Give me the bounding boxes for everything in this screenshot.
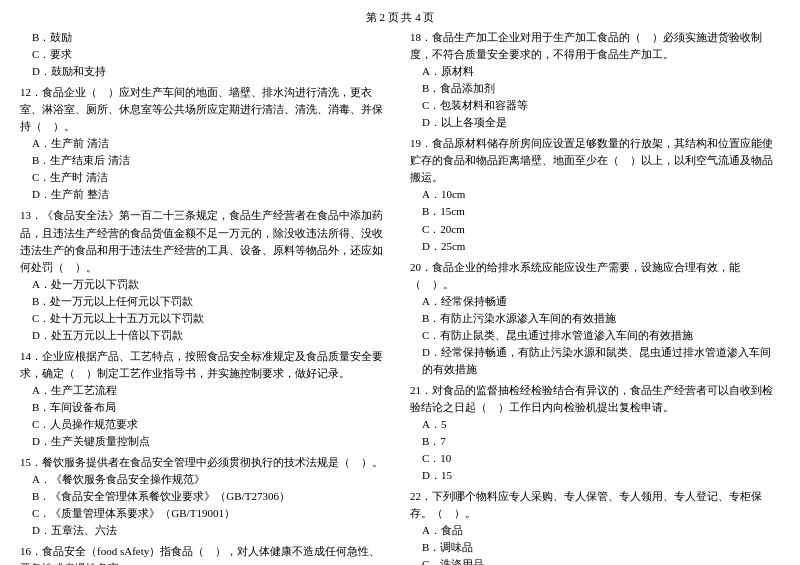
right-column: 18．食品生产加工企业对用于生产加工食品的（ ）必须实施进货验收制度，不符合质量… (410, 29, 780, 565)
q12-a: A．生产前 清洁 (20, 135, 390, 152)
q21-text: 21．对食品的监督抽检经检验结合有异议的，食品生产经营者可以自收到检验结论之日起… (410, 382, 780, 416)
question-15: 15．餐饮服务提供者在食品安全管理中必须贯彻执行的技术法规是（ ）。 A．《餐饮… (20, 454, 390, 539)
q20-b: B．有防止污染水源渗入车间的有效措施 (410, 310, 780, 327)
option-c-guijin: C．要求 (20, 46, 390, 63)
q19-d: D．25cm (410, 238, 780, 255)
question-18: 18．食品生产加工企业对用于生产加工食品的（ ）必须实施进货验收制度，不符合质量… (410, 29, 780, 131)
q19-text: 19．食品原材料储存所房间应设置足够数量的行放架，其结构和位置应能使贮存的食品和… (410, 135, 780, 186)
q22-text: 22．下列哪个物料应专人采购、专人保管、专人领用、专人登记、专柜保存。（ ）。 (410, 488, 780, 522)
q15-text: 15．餐饮服务提供者在食品安全管理中必须贯彻执行的技术法规是（ ）。 (20, 454, 390, 471)
page-number-top: 第 2 页 共 4 页 (366, 11, 435, 23)
q22-b: B．调味品 (410, 539, 780, 556)
q21-a: A．5 (410, 416, 780, 433)
q21-b: B．7 (410, 433, 780, 450)
q22-a: A．食品 (410, 522, 780, 539)
option-b-guijin: B．鼓励 (20, 29, 390, 46)
q13-text: 13．《食品安全法》第一百二十三条规定，食品生产经营者在食品中添加药品，且违法生… (20, 207, 390, 275)
q19-b: B．15cm (410, 203, 780, 220)
q20-d: D．经常保持畅通，有防止污染水源和鼠类、昆虫通过排水管道渗入车间的有效措施 (410, 344, 780, 378)
q15-c: C．《质量管理体系要求》（GB/T19001） (20, 505, 390, 522)
q15-a: A．《餐饮服务食品安全操作规范》 (20, 471, 390, 488)
option-d-guijin: D．鼓励和支持 (20, 63, 390, 80)
question-22: 22．下列哪个物料应专人采购、专人保管、专人领用、专人登记、专柜保存。（ ）。 … (410, 488, 780, 565)
q12-d: D．生产前 整洁 (20, 186, 390, 203)
q14-d: D．生产关键质量控制点 (20, 433, 390, 450)
left-column: B．鼓励 C．要求 D．鼓励和支持 12．食品企业（ ）应对生产车间的地面、墙壁… (20, 29, 390, 565)
q18-d: D．以上各项全是 (410, 114, 780, 131)
question-12: 12．食品企业（ ）应对生产车间的地面、墙壁、排水沟进行清洗，更衣室、淋浴室、厕… (20, 84, 390, 203)
q19-c: C．20cm (410, 221, 780, 238)
q14-c: C．人员操作规范要求 (20, 416, 390, 433)
q20-a: A．经常保持畅通 (410, 293, 780, 310)
q18-b: B．食品添加剂 (410, 80, 780, 97)
q12-c: C．生产时 清洁 (20, 169, 390, 186)
q18-c: C．包装材料和容器等 (410, 97, 780, 114)
question-20: 20．食品企业的给排水系统应能应设生产需要，设施应合理有效，能（ ）。 A．经常… (410, 259, 780, 378)
question-13: 13．《食品安全法》第一百二十三条规定，食品生产经营者在食品中添加药品，且违法生… (20, 207, 390, 343)
question-14: 14．企业应根据产品、工艺特点，按照食品安全标准规定及食品质量安全要求，确定（ … (20, 348, 390, 450)
q13-b: B．处一万元以上任何元以下罚款 (20, 293, 390, 310)
q14-a: A．生产工艺流程 (20, 382, 390, 399)
question-block-b-guijin: B．鼓励 C．要求 D．鼓励和支持 (20, 29, 390, 80)
q14-text: 14．企业应根据产品、工艺特点，按照食品安全标准规定及食品质量安全要求，确定（ … (20, 348, 390, 382)
q20-text: 20．食品企业的给排水系统应能应设生产需要，设施应合理有效，能（ ）。 (410, 259, 780, 293)
page-footer-top: 第 2 页 共 4 页 (20, 10, 780, 25)
q13-d: D．处五万元以上十倍以下罚款 (20, 327, 390, 344)
q18-a: A．原材料 (410, 63, 780, 80)
two-column-layout: B．鼓励 C．要求 D．鼓励和支持 12．食品企业（ ）应对生产车间的地面、墙壁… (20, 29, 780, 565)
q18-text: 18．食品生产加工企业对用于生产加工食品的（ ）必须实施进货验收制度，不符合质量… (410, 29, 780, 63)
q14-b: B．车间设备布局 (20, 399, 390, 416)
q15-b: B．《食品安全管理体系餐饮业要求》（GB/T27306） (20, 488, 390, 505)
q21-c: C．10 (410, 450, 780, 467)
q22-c: C．洗涤用品 (410, 556, 780, 565)
q13-a: A．处一万元以下罚款 (20, 276, 390, 293)
page-container: 第 2 页 共 4 页 B．鼓励 C．要求 D．鼓励和支持 12．食品企业（ ）… (0, 0, 800, 565)
q13-c: C．处十万元以上十五万元以下罚款 (20, 310, 390, 327)
q12-b: B．生产结束后 清洁 (20, 152, 390, 169)
q15-d: D．五章法、六法 (20, 522, 390, 539)
q20-c: C．有防止鼠类、昆虫通过排水管道渗入车间的有效措施 (410, 327, 780, 344)
q12-text: 12．食品企业（ ）应对生产车间的地面、墙壁、排水沟进行清洗，更衣室、淋浴室、厕… (20, 84, 390, 135)
question-19: 19．食品原材料储存所房间应设置足够数量的行放架，其结构和位置应能使贮存的食品和… (410, 135, 780, 254)
question-21: 21．对食品的监督抽检经检验结合有异议的，食品生产经营者可以自收到检验结论之日起… (410, 382, 780, 484)
q19-a: A．10cm (410, 186, 780, 203)
q21-d: D．15 (410, 467, 780, 484)
q16-text: 16．食品安全（food sAfety）指食品（ ），对人体健康不造成任何急性、… (20, 543, 390, 565)
question-16: 16．食品安全（food sAfety）指食品（ ），对人体健康不造成任何急性、… (20, 543, 390, 565)
